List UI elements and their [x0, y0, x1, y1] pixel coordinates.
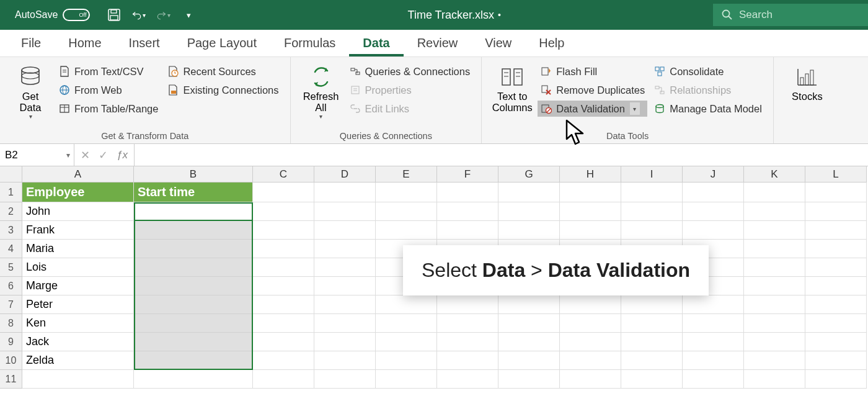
cell[interactable]	[744, 333, 805, 351]
cell[interactable]	[621, 333, 683, 351]
col-header-b[interactable]: B	[134, 166, 253, 182]
cell[interactable]	[744, 370, 805, 389]
cell[interactable]	[376, 370, 437, 389]
cell[interactable]	[376, 295, 437, 314]
cell[interactable]	[498, 295, 560, 314]
qat-customize-icon[interactable]: ▾	[182, 8, 195, 22]
cell[interactable]	[437, 221, 498, 240]
cell[interactable]	[621, 295, 683, 314]
row-header[interactable]: 5	[0, 258, 22, 277]
cell[interactable]	[134, 277, 253, 295]
cell[interactable]	[621, 351, 683, 370]
cell[interactable]	[805, 221, 867, 240]
cell[interactable]	[805, 202, 867, 221]
tab-home[interactable]: Home	[55, 30, 115, 56]
cell[interactable]	[437, 314, 498, 333]
col-header-d[interactable]: D	[314, 166, 376, 182]
cell[interactable]: Jack	[22, 333, 134, 351]
tab-review[interactable]: Review	[404, 30, 472, 56]
cell[interactable]	[498, 351, 560, 370]
cell[interactable]: Ken	[22, 314, 134, 333]
cell[interactable]	[744, 295, 805, 314]
tab-page-layout[interactable]: Page Layout	[174, 30, 270, 56]
cell[interactable]: Peter	[22, 295, 134, 314]
autosave-toggle[interactable]: AutoSave Off	[15, 9, 90, 21]
cell[interactable]	[314, 277, 376, 295]
cell[interactable]	[134, 314, 253, 333]
tab-view[interactable]: View	[471, 30, 525, 56]
cell[interactable]	[134, 370, 253, 389]
cell[interactable]	[805, 240, 867, 258]
cell[interactable]	[621, 370, 683, 389]
cell[interactable]	[376, 221, 437, 240]
cell[interactable]	[744, 202, 805, 221]
cell[interactable]	[253, 295, 314, 314]
cell[interactable]	[498, 221, 560, 240]
cell[interactable]	[376, 202, 437, 221]
tab-file[interactable]: File	[7, 30, 55, 56]
cell[interactable]	[314, 240, 376, 258]
cell[interactable]	[253, 314, 314, 333]
cell[interactable]: Frank	[22, 221, 134, 240]
cell[interactable]	[314, 351, 376, 370]
cell[interactable]	[744, 240, 805, 258]
col-header-k[interactable]: K	[744, 166, 805, 182]
cell[interactable]	[805, 314, 867, 333]
cell[interactable]: Lois	[22, 258, 134, 277]
cell[interactable]	[744, 314, 805, 333]
cell[interactable]	[683, 333, 744, 351]
cell[interactable]	[805, 295, 867, 314]
cell[interactable]	[560, 370, 621, 389]
tab-help[interactable]: Help	[525, 30, 578, 56]
col-header-l[interactable]: L	[805, 166, 867, 182]
cell[interactable]	[683, 351, 744, 370]
cell[interactable]	[134, 221, 253, 240]
cell[interactable]	[22, 370, 134, 389]
cell[interactable]	[437, 182, 498, 202]
cell[interactable]	[314, 295, 376, 314]
queries-connections-button[interactable]: Queries & Connections	[347, 63, 473, 79]
cell[interactable]	[376, 351, 437, 370]
search-box[interactable]: Search	[713, 4, 868, 26]
cell[interactable]	[560, 182, 621, 202]
fx-icon[interactable]: ƒx	[117, 149, 128, 161]
stocks-button[interactable]: Stocks	[782, 62, 832, 130]
data-validation-button[interactable]: Data Validation ▾	[538, 101, 647, 117]
cell[interactable]	[683, 182, 744, 202]
redo-icon[interactable]: ▾	[157, 8, 170, 22]
recent-sources-button[interactable]: Recent Sources	[164, 63, 281, 79]
row-header[interactable]: 10	[0, 351, 22, 370]
cell[interactable]	[744, 258, 805, 277]
remove-duplicates-button[interactable]: Remove Duplicates	[538, 82, 647, 98]
cell[interactable]: Marge	[22, 277, 134, 295]
cell[interactable]	[437, 202, 498, 221]
cell[interactable]	[253, 202, 314, 221]
cell[interactable]	[498, 314, 560, 333]
cell[interactable]	[744, 221, 805, 240]
col-header-a[interactable]: A	[22, 166, 134, 182]
cell[interactable]	[134, 351, 253, 370]
cell[interactable]	[683, 295, 744, 314]
col-header-f[interactable]: F	[437, 166, 498, 182]
cell[interactable]	[805, 370, 867, 389]
cell[interactable]	[498, 202, 560, 221]
col-header-c[interactable]: C	[253, 166, 314, 182]
cell[interactable]: Maria	[22, 240, 134, 258]
cell[interactable]	[314, 333, 376, 351]
from-table-button[interactable]: From Table/Range	[56, 101, 161, 117]
cell[interactable]	[498, 370, 560, 389]
cell[interactable]	[683, 202, 744, 221]
cell[interactable]	[437, 351, 498, 370]
cell[interactable]	[437, 295, 498, 314]
cell[interactable]	[253, 258, 314, 277]
cell[interactable]	[253, 333, 314, 351]
cell[interactable]	[805, 258, 867, 277]
get-data-button[interactable]: Get Data ▾	[9, 62, 52, 130]
cell[interactable]	[437, 370, 498, 389]
row-header[interactable]: 1	[0, 182, 22, 202]
cell[interactable]	[560, 333, 621, 351]
col-header-e[interactable]: E	[376, 166, 437, 182]
cell[interactable]	[560, 202, 621, 221]
enter-icon[interactable]: ✓	[99, 148, 108, 162]
cell[interactable]	[376, 333, 437, 351]
